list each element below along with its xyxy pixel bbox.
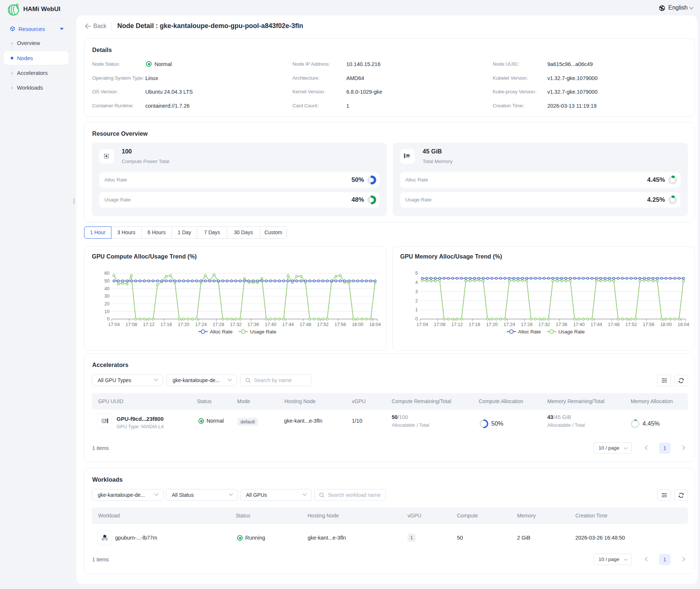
svg-text:40: 40 (104, 286, 110, 291)
svg-text:17:32: 17:32 (230, 322, 242, 327)
svg-text:Alloc Rate: Alloc Rate (518, 329, 541, 335)
svg-text:17:36: 17:36 (247, 322, 259, 327)
svg-text:17:20: 17:20 (486, 322, 498, 327)
svg-text:Alloc Rate: Alloc Rate (210, 329, 233, 335)
svg-text:18:00: 18:00 (660, 322, 672, 327)
svg-text:17:12: 17:12 (143, 322, 155, 327)
svg-text:18:04: 18:04 (678, 322, 689, 327)
svg-text:17:32: 17:32 (538, 322, 550, 327)
svg-text:17:24: 17:24 (195, 322, 207, 327)
svg-text:17:08: 17:08 (126, 322, 137, 327)
svg-text:17:16: 17:16 (469, 322, 480, 327)
svg-text:17:52: 17:52 (626, 322, 637, 327)
svg-text:17:48: 17:48 (300, 322, 311, 327)
svg-text:17:20: 17:20 (178, 322, 189, 327)
svg-text:17:24: 17:24 (503, 322, 515, 327)
svg-text:18:00: 18:00 (352, 322, 363, 327)
svg-text:17:56: 17:56 (643, 322, 654, 327)
svg-text:17:28: 17:28 (521, 322, 533, 327)
svg-text:2: 2 (415, 298, 418, 304)
svg-text:17:40: 17:40 (265, 322, 276, 327)
svg-text:Usage Rate: Usage Rate (558, 329, 585, 335)
svg-text:17:52: 17:52 (317, 322, 329, 327)
svg-text:17:44: 17:44 (282, 322, 294, 327)
svg-text:17:40: 17:40 (573, 322, 585, 327)
svg-text:17:36: 17:36 (556, 322, 567, 327)
svg-text:17:04: 17:04 (108, 322, 119, 327)
svg-text:0: 0 (107, 316, 110, 322)
svg-text:17:08: 17:08 (434, 322, 446, 327)
svg-text:17:48: 17:48 (608, 322, 620, 327)
svg-text:10: 10 (104, 309, 110, 314)
svg-text:1: 1 (415, 307, 418, 312)
svg-text:17:12: 17:12 (451, 322, 463, 327)
svg-text:30: 30 (104, 294, 110, 299)
svg-text:4: 4 (415, 280, 418, 285)
svg-text:17:56: 17:56 (335, 322, 346, 327)
svg-text:17:16: 17:16 (160, 322, 172, 327)
svg-text:20: 20 (104, 301, 110, 306)
svg-text:0: 0 (415, 316, 418, 322)
svg-text:50: 50 (104, 278, 110, 284)
svg-text:17:04: 17:04 (416, 322, 428, 327)
svg-text:5: 5 (415, 271, 418, 276)
svg-text:3: 3 (415, 289, 418, 294)
svg-text:Usage Rate: Usage Rate (250, 329, 276, 335)
svg-text:60: 60 (104, 271, 110, 276)
svg-text:18:04: 18:04 (369, 322, 381, 327)
svg-text:17:44: 17:44 (590, 322, 602, 327)
svg-text:17:28: 17:28 (213, 322, 224, 327)
